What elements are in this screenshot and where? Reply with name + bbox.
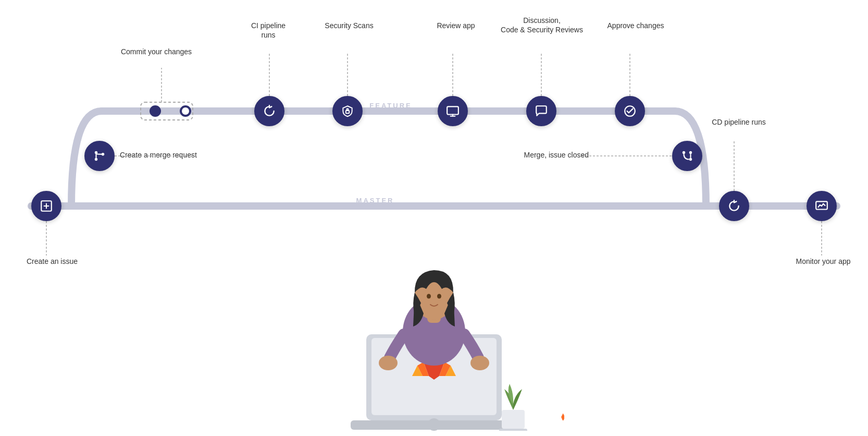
svg-point-14 (683, 151, 685, 154)
feature-label: FEATURE (369, 102, 412, 110)
svg-point-3 (95, 151, 97, 154)
issue-icon (40, 199, 53, 213)
svg-point-16 (689, 151, 692, 154)
merge-icon (93, 149, 106, 163)
shield-lock-icon (341, 104, 354, 118)
commit2-node (180, 105, 191, 117)
monitor-icon (446, 104, 460, 118)
approve-node (615, 96, 645, 126)
ci-pipeline-node (254, 96, 284, 126)
svg-rect-7 (346, 111, 350, 113)
security-scans-node (332, 96, 363, 126)
review-app-node (438, 96, 468, 126)
create-mr-node (84, 141, 115, 171)
merge-closed-node (672, 141, 702, 171)
monitor-app-icon (815, 199, 828, 213)
master-label: MASTER (356, 197, 394, 204)
merge-closed-icon (680, 149, 694, 163)
svg-rect-10 (447, 106, 458, 114)
monitor-app-node (807, 191, 837, 221)
comment-icon (535, 104, 548, 118)
svg-point-4 (95, 158, 97, 161)
workflow-diagram: MASTER FEATURE (0, 0, 868, 436)
cd-refresh-icon (727, 199, 741, 213)
create-issue-node (31, 191, 61, 221)
cd-pipeline-node (719, 191, 749, 221)
check-circle-icon (623, 104, 637, 118)
svg-point-9 (346, 108, 348, 110)
discussion-node (526, 96, 556, 126)
svg-point-15 (689, 158, 692, 161)
commit1-node (150, 105, 161, 117)
refresh-icon (263, 104, 276, 118)
